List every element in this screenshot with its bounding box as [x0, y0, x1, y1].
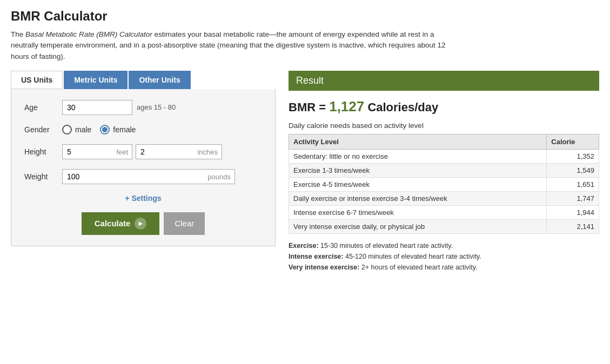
col-calorie: Calorie [547, 134, 599, 149]
calorie-cell: 1,352 [547, 149, 599, 163]
note-item: Very intense exercise: 2+ hours of eleva… [289, 262, 599, 273]
age-control: ages 15 - 80 [62, 100, 176, 115]
table-row: Very intense exercise daily, or physical… [289, 219, 599, 233]
weight-control: pounds [62, 169, 235, 184]
activity-table: Activity Level Calorie Sedentary: little… [289, 134, 599, 234]
note-bold: Very intense exercise: [289, 264, 359, 271]
page-description: The Basal Metabolic Rate (BMR) Calculato… [11, 29, 454, 62]
note-item: Exercise: 15-30 minutes of elevated hear… [289, 240, 599, 251]
activity-cell: Exercise 4-5 times/week [289, 177, 547, 191]
gender-male-label: male [75, 125, 91, 134]
table-row: Exercise 4-5 times/week1,651 [289, 177, 599, 191]
height-feet-input[interactable] [62, 144, 132, 159]
activity-cell: Sedentary: little or no exercise [289, 149, 547, 163]
activity-cell: Intense exercise 6-7 times/week [289, 205, 547, 219]
activity-cell: Very intense exercise daily, or physical… [289, 219, 547, 233]
bmr-value: 1,127 [329, 98, 364, 114]
gender-label: Gender [24, 125, 62, 134]
form-container: Age ages 15 - 80 Gender male female [11, 89, 276, 246]
calorie-cell: 2,141 [547, 219, 599, 233]
table-row: Daily exercise or intense exercise 3-4 t… [289, 191, 599, 205]
bmr-prefix: BMR = [289, 100, 329, 114]
button-row: Calculate ► Clear [24, 212, 262, 235]
right-panel: Result BMR = 1,127 Calories/day Daily ca… [289, 71, 599, 273]
calorie-cell: 1,944 [547, 205, 599, 219]
age-label: Age [24, 103, 62, 112]
height-row: Height feet inches [24, 144, 262, 159]
tab-metric-units[interactable]: Metric Units [64, 71, 128, 89]
table-row: Intense exercise 6-7 times/week1,944 [289, 205, 599, 219]
daily-subtitle: Daily calorie needs based on activity le… [289, 122, 599, 130]
tabs-container: US Units Metric Units Other Units [11, 71, 276, 89]
bmr-suffix: Calories/day [364, 100, 438, 114]
note-item: Intense exercise: 45-120 minutes of elev… [289, 251, 599, 262]
activity-cell: Daily exercise or intense exercise 3-4 t… [289, 191, 547, 205]
calorie-cell: 1,651 [547, 177, 599, 191]
settings-link[interactable]: + Settings [125, 194, 161, 203]
clear-button[interactable]: Clear [164, 212, 205, 235]
age-input[interactable] [62, 100, 132, 115]
bmr-result: BMR = 1,127 Calories/day [289, 98, 599, 115]
tab-us-units[interactable]: US Units [11, 71, 63, 89]
calculate-button[interactable]: Calculate ► [82, 212, 160, 235]
weight-row: Weight pounds [24, 169, 262, 184]
tab-other-units[interactable]: Other Units [129, 71, 190, 89]
gender-male-option[interactable]: male [62, 125, 91, 134]
gender-female-option[interactable]: female [100, 125, 136, 134]
gender-male-radio[interactable] [62, 125, 72, 134]
age-hint: ages 15 - 80 [137, 103, 176, 111]
age-row: Age ages 15 - 80 [24, 100, 262, 115]
height-label: Height [24, 147, 62, 156]
left-panel: US Units Metric Units Other Units Age ag… [11, 71, 276, 246]
note-bold: Intense exercise: [289, 253, 343, 260]
main-layout: US Units Metric Units Other Units Age ag… [11, 71, 599, 273]
calorie-cell: 1,747 [547, 191, 599, 205]
activity-cell: Exercise 1-3 times/week [289, 163, 547, 177]
gender-radio-group: male female [62, 125, 136, 134]
col-activity-level: Activity Level [289, 134, 547, 149]
note-bold: Exercise: [289, 242, 319, 250]
gender-row: Gender male female [24, 125, 262, 134]
page-title: BMR Calculator [11, 9, 599, 24]
weight-label: Weight [24, 172, 62, 181]
height-inches-input[interactable] [136, 144, 222, 159]
calorie-cell: 1,549 [547, 163, 599, 177]
height-control: feet inches [62, 144, 222, 159]
calculate-arrow-icon: ► [135, 218, 146, 230]
result-header: Result [289, 71, 599, 91]
gender-female-label: female [113, 125, 136, 134]
calculate-label: Calculate [95, 219, 131, 228]
table-row: Sedentary: little or no exercise1,352 [289, 149, 599, 163]
weight-input[interactable] [62, 169, 235, 184]
notes-section: Exercise: 15-30 minutes of elevated hear… [289, 240, 599, 273]
gender-female-radio[interactable] [100, 125, 110, 134]
settings-section: + Settings [24, 194, 262, 203]
table-row: Exercise 1-3 times/week1,549 [289, 163, 599, 177]
